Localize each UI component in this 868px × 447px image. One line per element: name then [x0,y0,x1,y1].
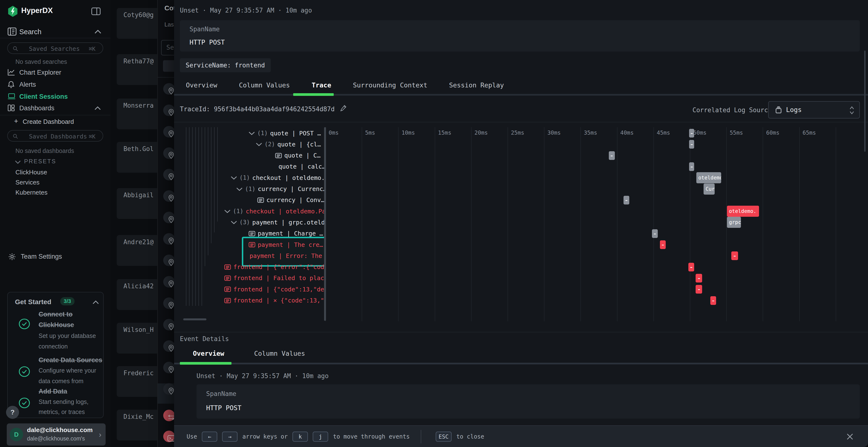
log-source-select[interactable]: Logs [768,101,860,118]
get-started-item-title[interactable]: Create Data Sources [38,356,102,364]
trace-span-bar[interactable] [688,263,694,271]
preset-item-clickhouse[interactable]: ClickHouse [16,169,47,176]
sidebar-item-client-sessions[interactable]: Client Sessions [19,93,68,100]
location-pin-icon[interactable] [163,126,174,138]
sidebar-item-dashboards[interactable]: Dashboards [19,105,55,112]
trace-span-bar[interactable] [689,162,694,171]
preset-item-services[interactable]: Services [16,179,39,186]
chevron-down-icon[interactable] [236,187,243,191]
session-list-item[interactable]: Frederic [117,366,158,397]
presets-header[interactable]: PRESETS [24,158,56,165]
edit-pencil-icon[interactable] [340,104,347,112]
location-pin-icon[interactable] [163,254,174,266]
saved-searches-input[interactable]: Saved Searches ⌘K [7,42,103,54]
help-button[interactable]: ? [6,406,19,419]
location-pin-icon[interactable] [163,212,174,223]
events-filter-button[interactable]: Li [163,60,174,72]
chevron-down-icon[interactable] [231,220,237,224]
trace-span-bar[interactable] [689,140,694,148]
tab-trace[interactable]: Trace [311,81,331,89]
location-pin-icon[interactable] [163,83,174,95]
chevron-down-icon[interactable] [256,142,262,146]
session-list-item[interactable]: Retha77@ [117,54,158,85]
session-list-item[interactable]: Beth.Gol [117,142,158,173]
trace-tree-row[interactable]: (1)currency | Currenc… [236,183,326,195]
location-pin-icon[interactable] [163,383,174,395]
waterfall-horizontal-scrollbar[interactable] [183,318,207,320]
trace-tree-row[interactable]: frontend | × {"code":13,"d… [224,295,326,306]
chevron-down-icon[interactable] [15,161,21,164]
chevron-down-icon[interactable] [231,176,237,180]
sidebar-item-alerts[interactable]: Alerts [19,81,36,89]
session-list-item[interactable]: Alicia42 [117,279,158,310]
chevron-down-icon[interactable] [224,209,230,213]
sidebar-item-team-settings[interactable]: Team Settings [21,253,62,260]
location-pin-icon[interactable] [163,233,174,245]
trace-tree-row[interactable]: (3)payment | grpc.oteld… [231,217,326,228]
trace-tree-row[interactable]: currency | Conv… [257,195,326,206]
create-dashboard-button[interactable]: Create Dashboard [23,118,74,126]
chevron-up-icon[interactable] [94,106,101,110]
location-pin-icon[interactable] [163,319,174,331]
sidebar-item-search[interactable]: Search [19,28,41,36]
event-details-tab-overview[interactable]: Overview [193,350,224,357]
trace-tree-row[interactable]: payment | Charge … [249,228,326,239]
trace-span-bar[interactable] [689,129,694,138]
terminal-icon[interactable] [163,431,174,442]
chevron-down-icon[interactable] [249,131,255,135]
chevron-up-icon[interactable] [93,301,99,304]
location-pin-icon[interactable] [163,340,174,352]
trace-tree-row[interactable]: quote | C… [275,150,326,161]
preset-item-kubernetes[interactable]: Kubernetes [16,189,48,196]
location-pin-icon[interactable] [163,298,174,309]
tab-overview[interactable]: Overview [186,81,217,89]
close-icon[interactable] [845,432,855,441]
tab-session-replay[interactable]: Session Replay [449,81,504,89]
trace-span-bar[interactable] [731,251,738,260]
tab-column-values[interactable]: Column Values [239,81,290,89]
session-list-item[interactable]: Abbigail [117,188,158,219]
location-pin-icon[interactable] [163,147,174,159]
trace-tree-row[interactable]: frontend | {"error":{"code… [224,262,326,273]
waterfall-vertical-scrollbar[interactable] [324,127,326,321]
event-details-tab-column-values[interactable]: Column Values [254,350,305,357]
location-pin-icon[interactable] [163,169,174,180]
session-list-item[interactable]: Dixie_Mc [117,410,158,441]
get-started-item-title[interactable]: Connect to [38,311,72,318]
service-name-chip[interactable]: ServiceName: frontend [180,58,271,72]
tab-surrounding-context[interactable]: Surrounding Context [353,81,428,89]
trace-tree-row[interactable]: (1)checkout | oteldemo.Pa… [224,206,326,217]
trace-span-bar[interactable] [652,229,658,238]
location-pin-icon[interactable] [163,105,174,116]
trace-span-bar[interactable] [695,285,702,294]
user-menu[interactable]: D dale@clickhouse.com dale@clickhouse.co… [7,423,105,446]
location-pin-icon[interactable] [163,362,174,373]
trace-span-bar[interactable] [695,274,702,282]
trace-span-bar[interactable] [609,151,615,160]
location-pin-icon[interactable] [163,276,174,287]
trace-tree-row[interactable]: frontend | {"code":13,"det… [224,284,326,295]
trace-span-bar[interactable]: oteldemo. [696,172,721,183]
trace-span-bar[interactable]: grpc [727,217,741,228]
trace-tree-row[interactable]: (1)checkout | oteldemo.… [231,172,326,183]
saved-dashboards-input[interactable]: Saved Dashboards ⌘K [7,130,103,142]
panel-scrollbar[interactable] [864,50,866,152]
location-pin-icon[interactable] [163,190,174,202]
trace-tree-row[interactable]: quote | calc… [278,161,326,172]
session-list-item[interactable]: Coty60@g [117,8,158,39]
events-search-input[interactable]: Sea [161,40,174,56]
session-list-item[interactable]: Wilson_H [117,323,158,353]
trace-tree-row[interactable]: payment | The cre… [249,239,326,250]
trace-tree-row[interactable]: (1)quote | POST … [249,128,326,139]
session-list-item[interactable]: Andre21@ [117,235,158,266]
session-list-item[interactable]: Monserra [117,99,158,129]
trace-tree-row[interactable]: frontend | Failed to place… [224,273,326,284]
trace-span-bar[interactable] [623,196,629,204]
sidebar-item-chart-explorer[interactable]: Chart Explorer [19,69,61,76]
swap-arrows-icon[interactable] [163,410,174,421]
get-started-item-title[interactable]: Add Data [38,388,67,395]
trace-span-bar[interactable] [660,240,666,249]
trace-span-bar[interactable] [710,296,716,305]
trace-span-bar[interactable]: oteldemo. [727,206,759,217]
trace-tree-row[interactable]: payment | Error: The … [250,250,326,261]
